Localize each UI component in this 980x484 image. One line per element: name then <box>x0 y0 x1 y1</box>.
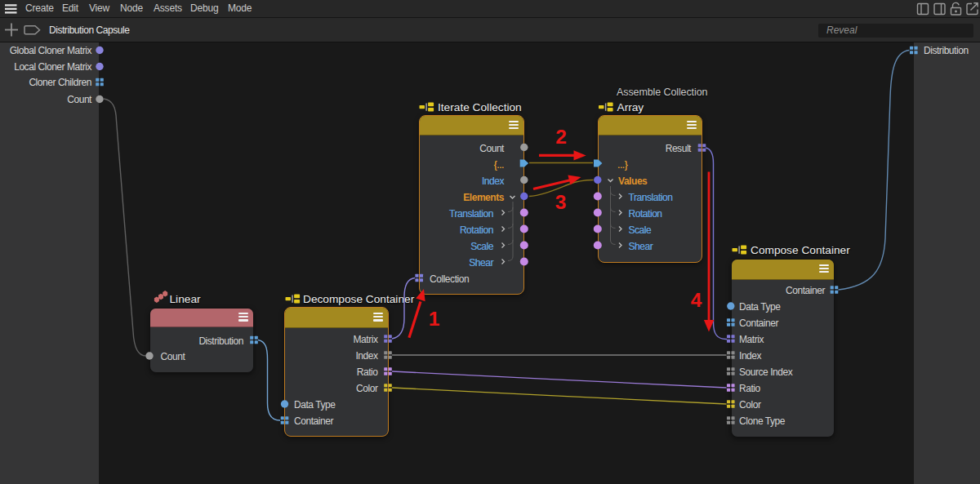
svg-text:2: 2 <box>555 126 567 148</box>
svg-text:3: 3 <box>555 191 567 213</box>
svg-text:4: 4 <box>691 289 702 311</box>
svg-text:1: 1 <box>429 308 440 330</box>
